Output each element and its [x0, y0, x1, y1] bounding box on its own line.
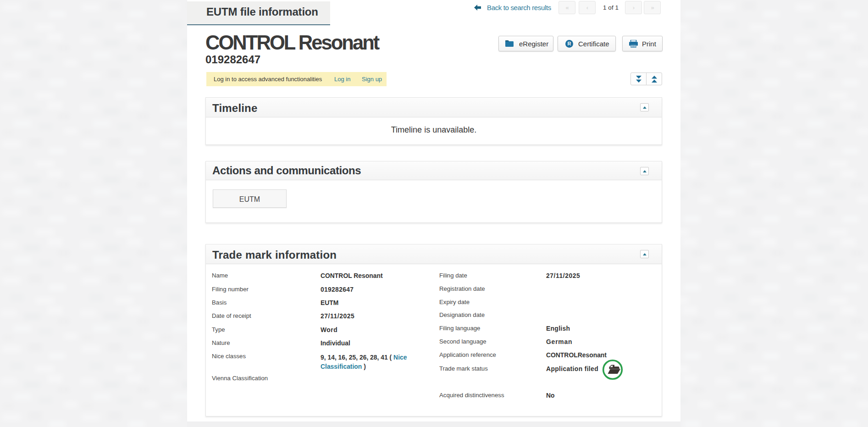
svg-text:R: R [568, 41, 571, 46]
